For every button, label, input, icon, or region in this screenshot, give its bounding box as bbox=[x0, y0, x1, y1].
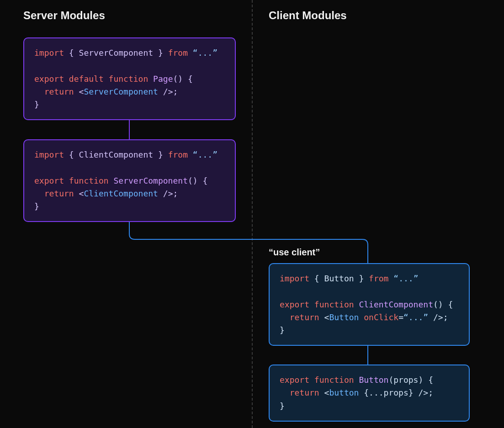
code-box-page: import { ServerComponent } from “...” ex… bbox=[23, 37, 236, 120]
fn-servercomponent: ServerComponent bbox=[109, 176, 188, 185]
jsx-button-native: button bbox=[329, 388, 359, 397]
attr-onclick: onClick bbox=[359, 312, 398, 322]
kw-from: from bbox=[168, 48, 188, 58]
jsx-button: Button bbox=[329, 312, 359, 322]
code-box-servercomponent: import { ClientComponent } from “...” ex… bbox=[23, 139, 236, 222]
kw-return: return bbox=[34, 87, 74, 96]
column-divider bbox=[252, 0, 253, 428]
fn-clientcomponent: ClientComponent bbox=[354, 300, 433, 309]
fn-page: Page bbox=[148, 74, 173, 84]
jsx-clientcomponent: ClientComponent bbox=[84, 189, 158, 198]
kw-export: export bbox=[34, 74, 64, 84]
code-box-clientcomponent: import { Button } from “...” export func… bbox=[269, 263, 470, 346]
fn-button: Button bbox=[354, 375, 389, 385]
jsx-servercomponent: ServerComponent bbox=[84, 87, 158, 96]
kw-import: import bbox=[34, 48, 64, 58]
client-modules-heading: Client Modules bbox=[269, 9, 347, 22]
server-modules-heading: Server Modules bbox=[23, 9, 105, 22]
code-box-button: export function Button(props) { return <… bbox=[269, 365, 470, 422]
use-client-directive-label: “use client” bbox=[269, 247, 320, 258]
